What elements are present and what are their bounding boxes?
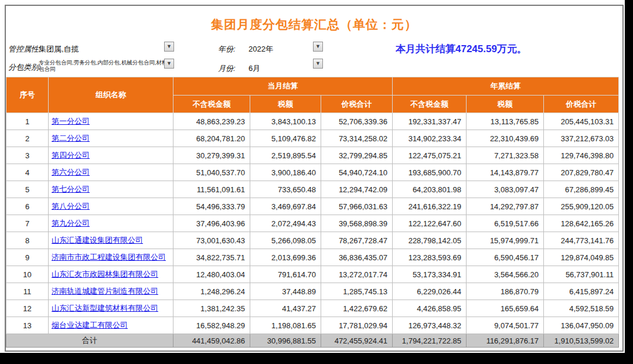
row-seq: 3 <box>6 147 49 164</box>
cell-month-total: 1,285,745.13 <box>321 283 393 300</box>
cell-month-total: 78,267,728.47 <box>321 232 393 249</box>
cell-year-tax: 15,974,999.71 <box>467 232 544 249</box>
month-total-summary: 本月共计结算47245.59万元。 <box>396 42 527 56</box>
cell-month-untaxed: 37,496,403.96 <box>173 215 250 232</box>
cell-month-tax: 3,843,100.13 <box>250 113 321 130</box>
control-attr-label: 管控属性: <box>8 44 41 55</box>
row-org-cell: 第六分公司 <box>49 164 173 181</box>
cell-year-untaxed: 122,475,075.21 <box>393 147 467 164</box>
cell-year-tax: 7,271,323.58 <box>467 147 544 164</box>
org-link[interactable]: 济南轨道城建管片制造有限公司 <box>52 287 158 295</box>
org-link[interactable]: 山东汇友市政园林集团有限公司 <box>52 270 158 278</box>
col-header-org: 组织名称 <box>49 77 173 113</box>
col-header-year-untaxed: 不含税金额 <box>393 96 467 113</box>
table-row: 1第一分公司48,863,239.233,843,100.1352,706,33… <box>6 113 619 130</box>
row-seq: 7 <box>6 215 49 232</box>
total-month-total: 472,455,924.41 <box>321 334 393 348</box>
cell-year-tax: 165,659.64 <box>467 300 544 317</box>
cell-month-tax: 791,614.70 <box>250 266 321 283</box>
row-org-cell: 第一分公司 <box>49 113 173 130</box>
subcontract-type-dropdown[interactable]: ▼ <box>164 59 174 69</box>
table-row: 10山东汇友市政园林集团有限公司12,480,403.04791,614.701… <box>6 266 619 283</box>
cell-year-untaxed: 241,616,322.19 <box>393 198 467 215</box>
total-row: 合计 441,459,042.86 30,996,881.55 472,455,… <box>6 334 619 348</box>
row-seq: 1 <box>6 113 49 130</box>
cell-year-total: 6,415,897.24 <box>544 283 619 300</box>
cell-year-untaxed: 6,229,026.44 <box>393 283 467 300</box>
subcontract-type-label: 分包类别: <box>8 62 41 73</box>
total-year-total: 1,910,513,599.02 <box>544 334 619 348</box>
cell-year-tax: 6,519,517.66 <box>467 215 544 232</box>
row-org-cell: 山东汇达新型建筑材料有限公司 <box>49 300 173 317</box>
total-month-untaxed: 441,459,042.86 <box>173 334 250 348</box>
control-attr-dropdown[interactable]: ▼ <box>164 42 174 52</box>
cell-month-untaxed: 1,248,296.24 <box>173 283 250 300</box>
cell-year-tax: 6,590,456.17 <box>467 249 544 266</box>
cell-month-untaxed: 1,381,242.35 <box>173 300 250 317</box>
cell-month-untaxed: 16,582,948.29 <box>173 317 250 334</box>
settlement-table: 序号 组织名称 当月结算 年累结算 不含税金额 税额 价税合计 不含税金额 税额… <box>6 77 619 348</box>
cell-year-untaxed: 123,283,593.69 <box>393 249 467 266</box>
org-link[interactable]: 第八分公司 <box>52 202 90 210</box>
cell-year-total: 205,445,103.31 <box>544 113 619 130</box>
row-org-cell: 济南市市政工程建设集团有限公司 <box>49 249 173 266</box>
cell-year-tax: 9,074,501.77 <box>467 317 544 334</box>
cell-month-tax: 3,469,697.84 <box>250 198 321 215</box>
org-link[interactable]: 济南市市政工程建设集团有限公司 <box>52 253 166 261</box>
cell-month-untaxed: 48,863,239.23 <box>173 113 250 130</box>
control-attr-value: 集团属,自揽 <box>39 44 79 55</box>
table-row: 11济南轨道城建管片制造有限公司1,248,296.2437,448.891,2… <box>6 283 619 300</box>
table-row: 5第七分公司11,561,091.61733,650.4812,294,742.… <box>6 181 619 198</box>
cell-year-total: 4,592,518.59 <box>544 300 619 317</box>
org-link[interactable]: 山东汇通建设集团有限公司 <box>52 236 143 244</box>
org-link[interactable]: 第一分公司 <box>52 117 90 125</box>
chevron-down-icon: ▼ <box>166 61 172 66</box>
col-group-month: 当月结算 <box>173 77 393 96</box>
month-value: 6月 <box>249 63 260 74</box>
cell-month-tax: 2,013,699.36 <box>250 249 321 266</box>
cell-month-total: 39,568,898.39 <box>321 215 393 232</box>
cell-year-total: 129,746,398.80 <box>544 147 619 164</box>
cell-month-total: 12,294,742.09 <box>321 181 393 198</box>
row-org-cell: 第八分公司 <box>49 198 173 215</box>
col-header-seq: 序号 <box>6 77 49 113</box>
table-body: 1第一分公司48,863,239.233,843,100.1352,706,33… <box>6 113 619 334</box>
chevron-down-icon: ▼ <box>315 44 321 49</box>
row-org-cell: 第七分公司 <box>49 181 173 198</box>
cell-month-total: 1,422,679.62 <box>321 300 393 317</box>
cell-month-total: 52,706,339.36 <box>321 113 393 130</box>
cell-month-total: 17,781,029.94 <box>321 317 393 334</box>
cell-year-untaxed: 228,798,142.05 <box>393 232 467 249</box>
org-link[interactable]: 第七分公司 <box>52 185 90 193</box>
year-dropdown[interactable]: ▼ <box>313 42 323 52</box>
cell-month-untaxed: 68,204,781.20 <box>173 130 250 147</box>
cell-month-tax: 2,072,494.43 <box>250 215 321 232</box>
cell-year-untaxed: 193,685,900.70 <box>393 164 467 181</box>
row-seq: 10 <box>6 266 49 283</box>
table-row: 13烟台业达建工有限公司16,582,948.291,198,081.6517,… <box>6 317 619 334</box>
org-link[interactable]: 第二分公司 <box>52 134 90 142</box>
month-dropdown[interactable]: ▼ <box>313 59 323 69</box>
year-label: 年份: <box>218 44 236 55</box>
cell-month-total: 36,836,435.07 <box>321 249 393 266</box>
col-header-month-tax: 税额 <box>250 96 321 113</box>
table-row: 9济南市市政工程建设集团有限公司34,822,735.712,013,699.3… <box>6 249 619 266</box>
cell-year-tax: 3,564,566.20 <box>467 266 544 283</box>
row-seq: 8 <box>6 232 49 249</box>
row-org-cell: 山东汇友市政园林集团有限公司 <box>49 266 173 283</box>
total-month-tax: 30,996,881.55 <box>250 334 321 348</box>
org-link[interactable]: 山东汇达新型建筑材料有限公司 <box>52 304 158 312</box>
cell-year-total: 207,829,780.47 <box>544 164 619 181</box>
row-seq: 5 <box>6 181 49 198</box>
cell-year-total: 337,212,673.03 <box>544 130 619 147</box>
org-link[interactable]: 第四分公司 <box>52 151 90 159</box>
org-link[interactable]: 第六分公司 <box>52 168 90 176</box>
org-link[interactable]: 第九分公司 <box>52 219 90 227</box>
cell-year-total: 56,737,901.11 <box>544 266 619 283</box>
cell-month-total: 13,272,017.74 <box>321 266 393 283</box>
org-link[interactable]: 烟台业达建工有限公司 <box>52 321 128 329</box>
col-header-month-total: 价税合计 <box>321 96 393 113</box>
cell-month-tax: 41,437.27 <box>250 300 321 317</box>
cell-year-untaxed: 314,902,233.34 <box>393 130 467 147</box>
year-value: 2022年 <box>249 44 273 55</box>
